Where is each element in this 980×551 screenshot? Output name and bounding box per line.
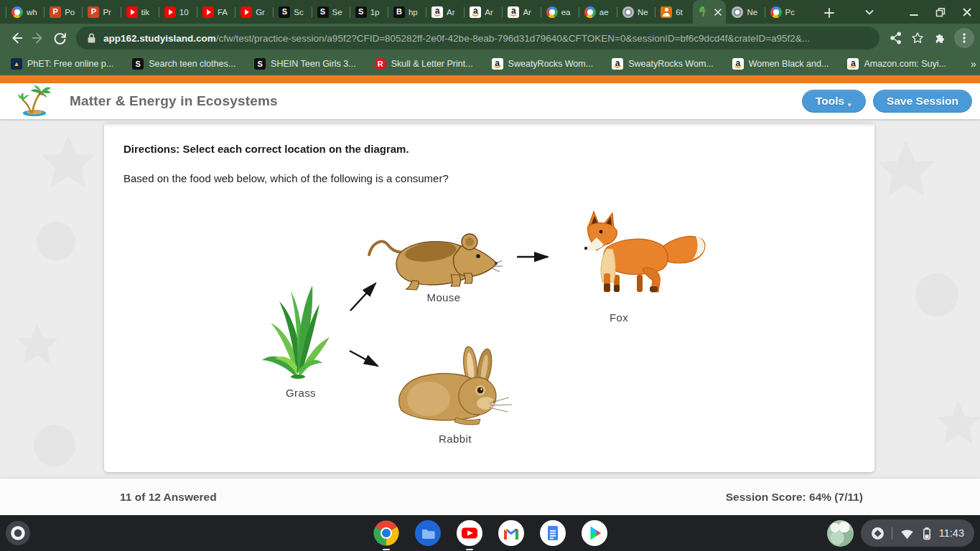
tab-favicon <box>317 6 329 18</box>
bookmarks-bar: PhET: Free online p... Search teen cloth… <box>0 52 980 75</box>
url-path: /cfw/test/practice-session/a95f2?CFID=80… <box>216 33 810 44</box>
browser-menu-icon[interactable] <box>954 28 974 48</box>
browser-tab[interactable]: ea <box>541 0 579 24</box>
browser-tab[interactable]: 1p <box>350 0 388 24</box>
tab-favicon <box>50 6 61 18</box>
bookmark-item[interactable]: Skull & Letter Print... <box>375 55 473 72</box>
browser-tab[interactable]: Ar <box>502 0 540 24</box>
bookmark-label: Amazon.com: Suyi... <box>864 59 946 69</box>
new-tab-button[interactable] <box>818 2 840 24</box>
tab-search-chevron-icon[interactable] <box>856 0 882 24</box>
bookmarks-overflow-chevron[interactable]: » <box>965 58 980 70</box>
tab-title: Pc <box>785 8 800 17</box>
grass-image[interactable] <box>262 286 330 379</box>
tab-title: tik <box>141 8 156 17</box>
bookmark-item[interactable]: SweatyRocks Wom... <box>492 55 594 72</box>
browser-tab[interactable]: Sc <box>273 0 311 24</box>
bookmark-item[interactable]: PhET: Free online p... <box>11 55 113 72</box>
save-session-button[interactable]: Save Session <box>873 90 972 113</box>
chrome-shelf-icon[interactable] <box>373 520 399 546</box>
tab-title: Pr <box>103 8 117 17</box>
system-tray[interactable]: 11:43 <box>861 519 974 547</box>
play-store-shelf-icon[interactable] <box>582 520 607 546</box>
browser-tab[interactable]: ae <box>579 0 617 24</box>
studyisland-palm-logo <box>17 85 52 117</box>
bookmark-favicon <box>612 58 623 70</box>
bookmark-item[interactable]: SweatyRocks Wom... <box>612 55 714 72</box>
browser-tab[interactable]: Po <box>44 0 82 24</box>
answered-count: 11 of 12 Answered <box>120 491 217 504</box>
browser-tab[interactable]: Pc <box>765 0 803 24</box>
gmail-shelf-icon[interactable] <box>498 520 524 546</box>
rabbit-image[interactable] <box>399 346 512 425</box>
account-avatar[interactable] <box>827 520 854 547</box>
web-page: Matter & Energy in Ecosystems Tools▼ Sav… <box>0 75 980 515</box>
bookmark-favicon <box>254 58 266 70</box>
bookmark-label: Women Black and... <box>749 59 829 69</box>
bookmark-item[interactable]: Search teen clothes... <box>132 55 235 72</box>
tab-title: Ne <box>747 8 761 17</box>
fox-image[interactable] <box>584 212 705 292</box>
browser-tab[interactable]: Ar <box>464 0 502 24</box>
minimize-button[interactable] <box>900 0 927 24</box>
bookmark-star-icon[interactable] <box>907 27 928 49</box>
bookmark-favicon <box>492 58 503 70</box>
tab-favicon <box>697 6 709 18</box>
browser-tab[interactable]: Se <box>312 0 350 24</box>
browser-tab[interactable]: tik <box>121 0 159 24</box>
bookmark-label: PhET: Free online p... <box>27 59 113 69</box>
browser-tab-bar: wh Po Pr <box>0 0 980 24</box>
rabbit-label[interactable]: Rabbit <box>412 433 498 445</box>
mouse-image[interactable] <box>369 234 503 290</box>
bookmark-item[interactable]: Women Black and... <box>732 55 829 72</box>
tray-divider <box>892 527 892 540</box>
tab-title: Ar <box>485 8 499 17</box>
wifi-icon <box>900 527 915 540</box>
browser-tab[interactable]: wh <box>6 0 44 24</box>
fox-label[interactable]: Fox <box>576 311 662 324</box>
extensions-puzzle-icon[interactable] <box>928 27 950 49</box>
tab-title: 10 <box>179 8 194 17</box>
bookmark-label: SHEIN Teen Girls 3... <box>271 59 356 69</box>
arrow-grass-to-mouse <box>350 283 375 311</box>
bookmark-item[interactable]: Amazon.com: Suyi... <box>847 55 946 72</box>
tools-button[interactable]: Tools▼ <box>802 90 866 113</box>
browser-tab[interactable]: Ne <box>726 0 764 24</box>
browser-tab[interactable]: 6t <box>655 0 693 24</box>
browser-tab[interactable]: Gr <box>235 0 273 24</box>
docs-shelf-icon[interactable] <box>540 520 566 546</box>
bookmark-favicon <box>732 58 744 70</box>
bookmark-favicon <box>11 58 22 70</box>
tab-favicon <box>584 6 596 18</box>
tab-title: wh <box>27 8 41 17</box>
tab-title: Sc <box>294 8 308 17</box>
address-bar[interactable]: app162.studyisland.com/cfw/test/practice… <box>76 27 879 50</box>
tab-title: hp <box>409 8 423 17</box>
browser-tab[interactable]: hp <box>388 0 426 24</box>
browser-tab[interactable] <box>693 0 726 24</box>
session-score: Session Score: 64% (7/11) <box>726 491 863 504</box>
browser-tab[interactable]: Pr <box>82 0 120 24</box>
forward-button[interactable] <box>27 27 49 49</box>
browser-tab[interactable]: Ne <box>617 0 655 24</box>
share-icon[interactable] <box>885 27 907 49</box>
back-button[interactable] <box>6 27 27 49</box>
youtube-shelf-icon[interactable] <box>457 520 482 546</box>
tab-close-icon[interactable] <box>714 6 722 18</box>
reload-button[interactable] <box>49 27 70 49</box>
mouse-label[interactable]: Mouse <box>401 291 487 303</box>
restore-button[interactable] <box>927 0 953 24</box>
tab-favicon <box>661 6 672 18</box>
close-window-button[interactable] <box>953 0 980 24</box>
clock: 11:43 <box>939 527 964 539</box>
bookmark-item[interactable]: SHEIN Teen Girls 3... <box>254 55 356 72</box>
tab-title: Po <box>65 8 79 17</box>
browser-tab[interactable]: 10 <box>159 0 197 24</box>
grass-label[interactable]: Grass <box>258 387 344 399</box>
browser-tab[interactable]: Ar <box>426 0 464 24</box>
food-web-diagram <box>104 123 874 472</box>
update-icon <box>871 527 885 540</box>
browser-tab[interactable]: FA <box>197 0 235 24</box>
files-shelf-icon[interactable] <box>415 520 441 546</box>
site-header: Matter & Energy in Ecosystems Tools▼ Sav… <box>0 83 980 119</box>
